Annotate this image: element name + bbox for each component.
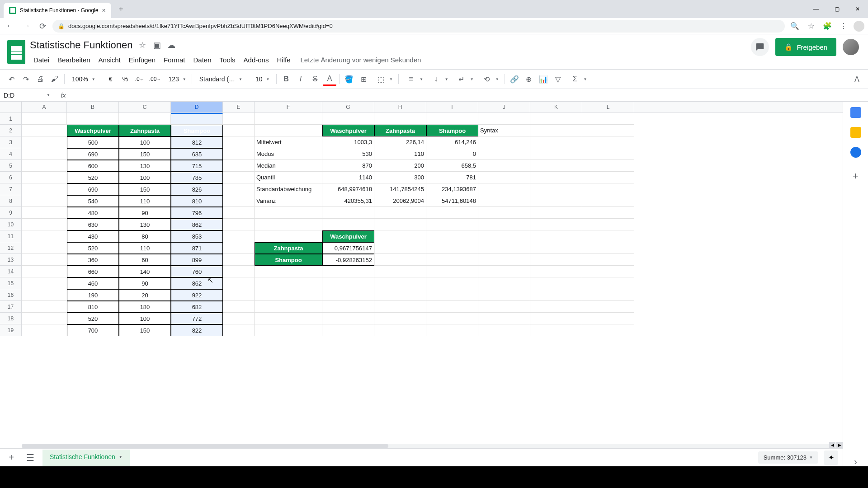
cell[interactable] (530, 230, 582, 242)
cell[interactable]: 150 (119, 324, 171, 336)
cell[interactable]: 460 (67, 277, 119, 289)
borders-button[interactable]: ⊞ (357, 72, 370, 86)
cell[interactable] (478, 113, 530, 125)
cell[interactable] (22, 313, 67, 324)
cell[interactable]: 234,1393687 (426, 183, 478, 195)
bold-button[interactable]: B (279, 72, 293, 86)
cell[interactable] (22, 148, 67, 160)
cell[interactable]: 690 (67, 148, 119, 160)
row-header[interactable]: 8 (0, 195, 22, 207)
cell[interactable] (223, 207, 255, 219)
cell[interactable]: 614,246 (426, 136, 478, 148)
cell[interactable] (582, 148, 634, 160)
cell[interactable] (374, 266, 426, 277)
cell[interactable]: 130 (119, 160, 171, 172)
cell[interactable] (426, 254, 478, 266)
cell[interactable] (255, 313, 322, 324)
cell[interactable] (223, 219, 255, 230)
cell[interactable] (223, 289, 255, 301)
cell[interactable] (322, 289, 374, 301)
cell[interactable] (426, 324, 478, 336)
col-header-B[interactable]: B (67, 102, 119, 113)
row-header[interactable]: 6 (0, 172, 22, 183)
cell[interactable] (119, 113, 171, 125)
cell[interactable] (223, 254, 255, 266)
font-size-dropdown[interactable]: 10▼ (251, 75, 274, 83)
cell[interactable]: 141,7854245 (374, 183, 426, 195)
cell[interactable] (582, 136, 634, 148)
cell[interactable] (530, 172, 582, 183)
menu-ansicht[interactable]: Ansicht (95, 54, 124, 66)
cell[interactable] (478, 313, 530, 324)
cell[interactable]: 772 (171, 313, 223, 324)
cell[interactable] (582, 242, 634, 254)
number-format-dropdown[interactable]: 123▼ (164, 75, 189, 83)
cell[interactable] (478, 266, 530, 277)
cloud-status-icon[interactable]: ☁ (167, 41, 176, 50)
cell[interactable] (374, 324, 426, 336)
insert-comment-button[interactable]: ⊕ (522, 72, 536, 86)
cell[interactable]: 810 (171, 195, 223, 207)
cell[interactable] (374, 219, 426, 230)
cell[interactable]: 822 (171, 324, 223, 336)
cell[interactable]: 635 (171, 148, 223, 160)
cell[interactable]: 520 (67, 242, 119, 254)
insert-chart-button[interactable]: 📊 (537, 72, 550, 86)
cell[interactable] (255, 301, 322, 313)
cell[interactable] (223, 301, 255, 313)
cell[interactable]: 430 (67, 230, 119, 242)
cell[interactable] (67, 113, 119, 125)
cell[interactable]: Waschpulver (322, 125, 374, 136)
cell[interactable]: Shampoo (426, 125, 478, 136)
cell[interactable] (530, 207, 582, 219)
cell[interactable]: Shampoo (255, 254, 322, 266)
cell[interactable] (374, 242, 426, 254)
halign-dropdown[interactable]: ≡▼ (401, 72, 426, 86)
paint-format-button[interactable]: 🖌 (48, 72, 61, 86)
cell[interactable]: 60 (119, 254, 171, 266)
cell[interactable]: 899 (171, 254, 223, 266)
cell[interactable] (22, 136, 67, 148)
cell[interactable] (426, 277, 478, 289)
col-header-H[interactable]: H (374, 102, 426, 113)
cell[interactable] (223, 266, 255, 277)
cell[interactable] (255, 219, 322, 230)
add-sheet-button[interactable]: + (5, 451, 18, 465)
cell[interactable] (582, 289, 634, 301)
cell[interactable] (530, 289, 582, 301)
cell[interactable] (322, 219, 374, 230)
cell[interactable] (22, 266, 67, 277)
cell[interactable] (22, 230, 67, 242)
cell[interactable] (582, 183, 634, 195)
chrome-profile-avatar[interactable] (854, 21, 864, 32)
cell[interactable]: -0,928263152 (322, 254, 374, 266)
sheet-grid[interactable]: 12WaschpulverZahnpastaShampooWaschpulver… (0, 113, 843, 336)
insert-link-button[interactable]: 🔗 (508, 72, 521, 86)
cell[interactable]: Zahnpasta (255, 242, 322, 254)
col-header-I[interactable]: I (426, 102, 478, 113)
cell[interactable] (530, 148, 582, 160)
cell[interactable] (22, 160, 67, 172)
percent-button[interactable]: % (118, 72, 132, 86)
cell[interactable] (255, 266, 322, 277)
cell[interactable]: 796 (171, 207, 223, 219)
cell[interactable] (478, 195, 530, 207)
cell[interactable]: 812 (171, 136, 223, 148)
cell[interactable] (255, 277, 322, 289)
cell[interactable]: 300 (374, 172, 426, 183)
cell[interactable]: 100 (119, 136, 171, 148)
cell[interactable] (22, 183, 67, 195)
menu-datei[interactable]: Datei (30, 54, 53, 66)
close-tab-icon[interactable]: × (102, 7, 105, 14)
cell[interactable] (255, 125, 322, 136)
cell[interactable] (22, 277, 67, 289)
col-header-C[interactable]: C (119, 102, 171, 113)
cell[interactable]: 862 (171, 219, 223, 230)
keep-icon[interactable] (850, 127, 861, 138)
calendar-icon[interactable] (850, 107, 861, 118)
cell[interactable]: 630 (67, 219, 119, 230)
horizontal-scrollbar[interactable] (22, 444, 836, 448)
cell[interactable] (223, 148, 255, 160)
cell[interactable] (426, 313, 478, 324)
cell[interactable] (478, 160, 530, 172)
